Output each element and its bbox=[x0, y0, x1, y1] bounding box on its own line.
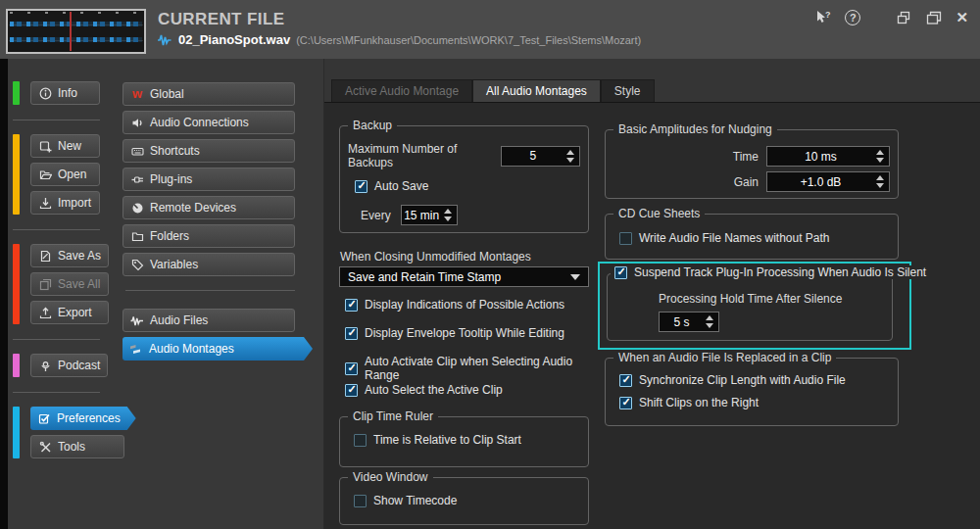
nudge-time-spinner[interactable]: 10 ms bbox=[766, 146, 890, 167]
file-new-group: New Open Import bbox=[13, 134, 114, 215]
categories-separator bbox=[125, 290, 295, 291]
envelope-tooltip-checkbox[interactable] bbox=[345, 327, 358, 340]
auto-save-interval-spinner[interactable]: 15 min bbox=[401, 205, 458, 225]
suspend-option-row: Suspend Track Plug-In Processing When Au… bbox=[611, 265, 930, 279]
tab-active-audio-montage[interactable]: Active Audio Montage bbox=[331, 79, 472, 102]
checkbox-label: Suspend Track Plug-In Processing When Au… bbox=[634, 265, 926, 279]
podcast-group-bar bbox=[13, 354, 20, 377]
nudge-gain-spinner[interactable]: +1.0 dB bbox=[766, 171, 890, 192]
spinner-arrows[interactable] bbox=[442, 209, 457, 221]
spinner-arrows[interactable] bbox=[874, 150, 889, 163]
settings-panel: Backup Maximum Number of Backups 5 Auto … bbox=[324, 102, 980, 529]
wavelab-preferences-window: CURRENT FILE 02_PianoSpot.wav (C:\Users\… bbox=[0, 0, 980, 529]
checkbox-label: Display Indications of Possible Actions bbox=[365, 298, 564, 312]
suspend-processing-checkbox[interactable] bbox=[614, 266, 627, 279]
sidebar-separator bbox=[13, 339, 100, 340]
sidebar-item-new[interactable]: New bbox=[30, 134, 100, 158]
option-row: Display Indications of Possible Actions bbox=[345, 298, 564, 312]
sidebar-item-tools[interactable]: Tools bbox=[30, 435, 124, 458]
category-audio-montages[interactable]: Audio Montages bbox=[122, 337, 313, 361]
preference-categories: w Global Audio Connections Shortcuts Plu… bbox=[114, 59, 323, 529]
sidebar-item-label: Save All bbox=[58, 277, 100, 291]
category-remote-devices[interactable]: Remote Devices bbox=[122, 196, 295, 219]
spinner-arrows[interactable] bbox=[564, 150, 579, 163]
tab-all-audio-montages[interactable]: All Audio Montages bbox=[472, 79, 601, 102]
clone-window-icon[interactable] bbox=[896, 10, 912, 25]
show-timecode-checkbox[interactable] bbox=[354, 495, 367, 507]
left-edge-strip bbox=[0, 59, 8, 529]
backup-group: Backup Maximum Number of Backups 5 Auto … bbox=[339, 125, 589, 233]
group-title: Clip Time Ruler bbox=[348, 409, 438, 423]
waveform-trace-top bbox=[10, 22, 142, 26]
save-group-bar bbox=[13, 244, 20, 324]
sidebar-item-open[interactable]: Open bbox=[30, 163, 100, 186]
category-variables[interactable]: Variables bbox=[122, 253, 295, 276]
cd-cue-sheets-group: CD Cue Sheets Write Audio File Names wit… bbox=[605, 214, 899, 260]
sidebar-item-label: Import bbox=[58, 196, 91, 210]
sidebar-item-save-as[interactable]: Save As bbox=[30, 244, 109, 267]
option-row: Time is Relative to Clip Start bbox=[354, 433, 588, 447]
folder-icon bbox=[130, 230, 144, 243]
export-icon bbox=[38, 307, 52, 319]
auto-save-checkbox[interactable] bbox=[355, 180, 368, 193]
category-label: Plug-ins bbox=[150, 172, 192, 186]
auto-select-clip-checkbox[interactable] bbox=[345, 384, 358, 397]
sidebar-item-export[interactable]: Export bbox=[30, 301, 109, 324]
spinner-arrows[interactable] bbox=[874, 175, 889, 188]
svg-text:?: ? bbox=[825, 10, 831, 20]
category-shortcuts[interactable]: Shortcuts bbox=[122, 139, 295, 163]
closing-montages-dropdown[interactable]: Save and Retain Time Stamp bbox=[339, 266, 589, 287]
relative-time-checkbox[interactable] bbox=[354, 434, 367, 447]
close-icon[interactable]: ✕ bbox=[956, 9, 968, 26]
hold-time-spinner[interactable]: 5 s bbox=[659, 312, 719, 332]
focus-highlight-frame: Suspend Track Plug-In Processing When Au… bbox=[598, 262, 911, 350]
waveform-thumbnail[interactable] bbox=[6, 9, 146, 54]
sidebar-item-import[interactable]: Import bbox=[30, 191, 100, 215]
tag-icon bbox=[130, 259, 144, 271]
max-backups-spinner[interactable]: 5 bbox=[501, 146, 580, 167]
write-names-without-path-checkbox[interactable] bbox=[619, 232, 632, 245]
save-all-icon bbox=[38, 278, 52, 291]
section-title: CURRENT FILE bbox=[158, 10, 284, 29]
settings-tabs: Active Audio Montage All Audio Montages … bbox=[331, 79, 655, 102]
tab-style[interactable]: Style bbox=[601, 79, 655, 102]
synchronize-clip-length-checkbox[interactable] bbox=[619, 374, 632, 387]
context-help-icon[interactable]: ? bbox=[814, 10, 831, 25]
category-audio-files[interactable]: Audio Files bbox=[122, 309, 295, 332]
tools-icon bbox=[38, 441, 52, 454]
open-folder-icon bbox=[38, 168, 52, 181]
category-label: Audio Connections bbox=[150, 116, 249, 129]
file-path: (C:\Users\MFunkhauser\Documents\WORK\7_T… bbox=[296, 34, 641, 46]
option-row: Display Envelope Tooltip While Editing bbox=[345, 326, 564, 340]
checkbox-label: Auto Save bbox=[374, 179, 428, 193]
podcast-icon bbox=[38, 360, 52, 372]
category-plug-ins[interactable]: Plug-ins bbox=[122, 168, 295, 191]
category-folders[interactable]: Folders bbox=[122, 224, 295, 248]
sidebar-item-label: Open bbox=[58, 168, 86, 181]
podcast-group: Podcast bbox=[13, 354, 114, 377]
sidebar-item-info[interactable]: Info bbox=[30, 81, 100, 105]
every-label: Every bbox=[361, 209, 391, 222]
settings-group-bar bbox=[13, 407, 20, 458]
category-label: Audio Files bbox=[150, 313, 208, 327]
file-name: 02_PianoSpot.wav bbox=[178, 32, 290, 47]
nudging-group: Basic Amplitudes for Nudging Time 10 ms … bbox=[605, 129, 899, 199]
category-global[interactable]: w Global bbox=[122, 82, 295, 106]
spinner-arrows[interactable] bbox=[704, 315, 718, 328]
sidebar-item-save-all[interactable]: Save All bbox=[30, 272, 109, 296]
help-icon[interactable]: ? bbox=[845, 10, 860, 25]
option-row: Shift Clips on the Right bbox=[619, 396, 898, 409]
restore-window-icon[interactable] bbox=[926, 11, 942, 25]
category-audio-connections[interactable]: Audio Connections bbox=[122, 111, 295, 134]
shift-clips-right-checkbox[interactable] bbox=[619, 397, 632, 409]
sidebar-separator bbox=[13, 120, 100, 120]
sidebar-item-podcast[interactable]: Podcast bbox=[30, 354, 108, 377]
save-group: Save As Save All Export bbox=[13, 244, 114, 324]
checkbox-label: Display Envelope Tooltip While Editing bbox=[365, 326, 564, 340]
playhead-cursor bbox=[70, 12, 72, 51]
group-title: Video Window bbox=[348, 470, 433, 484]
hold-time-label: Processing Hold Time After Silence bbox=[659, 292, 892, 306]
auto-activate-clip-checkbox[interactable] bbox=[345, 362, 358, 375]
file-sidebar: Info New Open bbox=[0, 59, 114, 529]
display-indications-checkbox[interactable] bbox=[345, 299, 358, 312]
